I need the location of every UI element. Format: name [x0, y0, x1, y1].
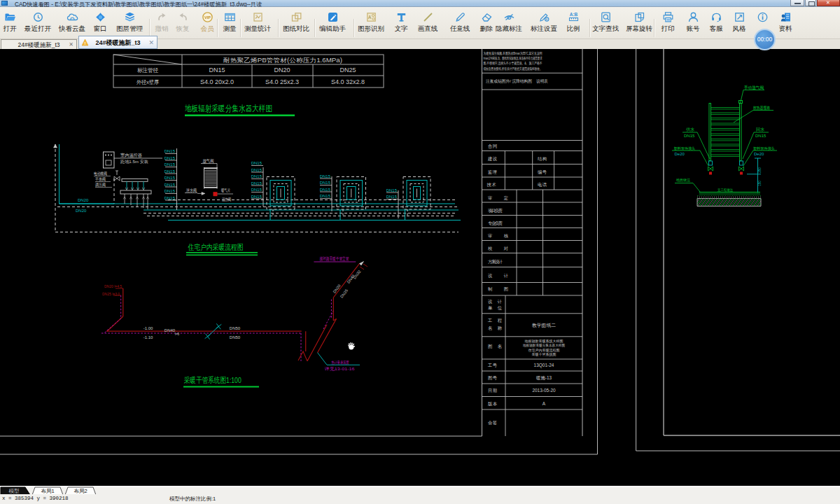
svg-text:外径x壁厚: 外径x壁厚 [136, 79, 159, 85]
svg-text:采暖干管系统图: 采暖干管系统图 [532, 352, 556, 357]
svg-text:DN50: DN50 [230, 335, 241, 340]
svg-text:A: A [542, 401, 546, 406]
svg-text:DN25: DN25 [340, 66, 356, 74]
svg-text:室内温控器: 室内温控器 [120, 153, 142, 158]
svg-text:专业负责: 专业负责 [488, 220, 503, 226]
svg-text:设 计: 设 计 [488, 273, 509, 278]
svg-text:模型: 模型 [9, 488, 20, 494]
svg-text:供水: 供水 [686, 127, 694, 132]
svg-text:DN15: DN15 [251, 168, 262, 172]
svg-text:暖施-13: 暖施-13 [536, 375, 552, 381]
svg-text:温控阀: 温控阀 [222, 197, 231, 202]
svg-text:S4.0 32x2.8: S4.0 32x2.8 [331, 78, 365, 85]
svg-text:编号: 编号 [538, 169, 547, 174]
svg-text:DN15: DN15 [164, 162, 176, 167]
svg-text:布局2: 布局2 [74, 488, 87, 494]
svg-text:DN15: DN15 [320, 188, 331, 192]
svg-text:接环路采暖干管立管: 接环路采暖干管立管 [319, 256, 349, 262]
svg-text:塑料管件接头: 塑料管件接头 [674, 146, 696, 151]
svg-text:-1.10: -1.10 [144, 335, 153, 340]
svg-text:工号: 工号 [487, 363, 498, 368]
svg-text:电动蝶阀: 电动蝶阀 [94, 172, 107, 176]
svg-text:250: 250 [758, 167, 762, 173]
svg-text:日期: 日期 [488, 388, 497, 393]
svg-text:S4.0 20x2.0: S4.0 20x2.0 [200, 78, 234, 85]
svg-text:图 名: 图 名 [488, 344, 502, 349]
svg-text:散热器规格: 散热器规格 [753, 105, 770, 111]
svg-text:结构: 结构 [538, 156, 547, 162]
svg-text:电话: 电话 [538, 182, 547, 187]
svg-text:监理: 监理 [488, 169, 497, 174]
svg-text:工 程: 工 程 [487, 318, 503, 323]
svg-text:暖气片: 暖气片 [221, 188, 230, 193]
svg-text:DN20: DN20 [78, 198, 89, 202]
svg-text:会签: 会签 [488, 420, 498, 426]
svg-text:距地1.5m 安装: 距地1.5m 安装 [120, 159, 148, 164]
svg-text:放气阀: 放气阀 [203, 158, 214, 164]
svg-text:审 定: 审 定 [488, 195, 508, 201]
svg-text:DN15: DN15 [386, 188, 398, 192]
svg-text:手动放气阀: 手动放气阀 [744, 85, 764, 90]
svg-text:教学图纸二: 教学图纸二 [532, 323, 556, 328]
svg-text:DN40: DN40 [164, 328, 176, 332]
svg-text:DN15: DN15 [164, 176, 176, 180]
svg-text:项目负责: 项目负责 [488, 208, 503, 214]
svg-text:布局1: 布局1 [41, 488, 54, 494]
svg-text:DN20: DN20 [76, 209, 87, 213]
svg-text:DN15: DN15 [320, 174, 331, 178]
svg-text:lmax(2%閥值,3)。图纸按实际情况,保温条件符合规范要: lmax(2%閥值,3)。图纸按实际情况,保温条件符合规范要求 [484, 56, 542, 61]
svg-text:A:B: A:B [569, 12, 578, 17]
svg-text:DN15: DN15 [320, 181, 331, 185]
svg-text:地面做法: 地面做法 [676, 178, 690, 183]
svg-text:13Q01-24: 13Q01-24 [534, 363, 554, 368]
svg-text:平衡阀: 平衡阀 [95, 176, 106, 182]
svg-text:S4.0 25x2.3: S4.0 25x2.3 [265, 78, 299, 85]
svg-text:回水: 回水 [756, 127, 764, 132]
svg-text:DN15: DN15 [755, 134, 766, 138]
svg-text:DN15: DN15 [164, 149, 176, 153]
svg-text:DN50: DN50 [230, 326, 241, 330]
svg-text:DN15: DN15 [164, 156, 176, 160]
svg-text:DN15: DN15 [164, 169, 176, 174]
svg-text:地板辐射采暖分集水器大样图: 地板辐射采暖分集水器大样图 [185, 104, 272, 113]
svg-text:A: A [368, 15, 372, 20]
svg-text:采暖干管系统图1:100: 采暖干管系统图1:100 [184, 376, 241, 384]
svg-text:图号: 图号 [488, 375, 498, 381]
svg-text:DN15: DN15 [209, 66, 225, 74]
svg-text:DN15: DN15 [164, 183, 176, 187]
svg-text:详见13-01-16: 详见13-01-16 [325, 366, 356, 371]
svg-text:DN20: DN20 [274, 66, 290, 74]
svg-text:DN20 l=4.5: DN20 l=4.5 [104, 284, 122, 288]
svg-text:设 计: 设 计 [488, 299, 503, 304]
svg-text:塑料管件接头: 塑料管件接头 [753, 146, 775, 151]
svg-text:调压阀: 调压阀 [94, 182, 106, 188]
svg-text:图,不锈钢管,连接头不小于规范值。&、施工严格不: 图,不锈钢管,连接头不小于规范值。&、施工严格不 [484, 61, 542, 66]
svg-text:DN25: DN25 [340, 288, 349, 299]
svg-text:DN15: DN15 [164, 189, 176, 193]
svg-text:耐热聚乙烯PB管管材(公称压力1.6MPa): 耐热聚乙烯PB管管材(公称压力1.6MPa) [223, 57, 342, 64]
svg-text:校 对: 校 对 [487, 246, 508, 251]
svg-text:标注管径: 标注管径 [137, 67, 158, 74]
svg-text:!: ! [85, 41, 86, 46]
svg-text:De20: De20 [754, 152, 764, 156]
svg-text:方案设计: 方案设计 [488, 259, 503, 265]
svg-text:版本: 版本 [488, 401, 498, 407]
svg-text:DN15: DN15 [320, 194, 331, 198]
svg-text:DN15: DN15 [251, 188, 262, 192]
svg-text:审 核: 审 核 [488, 233, 509, 238]
svg-text:l=6: l=6 [175, 332, 180, 336]
svg-text:150: 150 [758, 181, 762, 186]
svg-text:2013-05-20: 2013-05-20 [532, 388, 556, 393]
svg-text:DN15: DN15 [251, 181, 262, 186]
svg-text:住宅户内采暖流程图: 住宅户内采暖流程图 [188, 243, 244, 251]
svg-text:DN15: DN15 [251, 195, 262, 199]
svg-text:合同: 合同 [488, 144, 497, 149]
svg-text:技术: 技术 [486, 182, 497, 187]
svg-text:-1.00: -1.00 [144, 326, 153, 330]
svg-text:DN15: DN15 [251, 174, 262, 178]
svg-text:说明表: 说明表 [536, 78, 548, 84]
svg-text:为避免滋生细菌,本图热水Bmax为55℃,其它见说明: 为避免滋生细菌,本图热水Bmax为55℃,其它见说明 [484, 51, 542, 56]
svg-text:DN15: DN15 [684, 134, 695, 138]
svg-text:制 图: 制 图 [488, 286, 508, 292]
svg-text:见工程做法: 见工程做法 [718, 188, 733, 192]
